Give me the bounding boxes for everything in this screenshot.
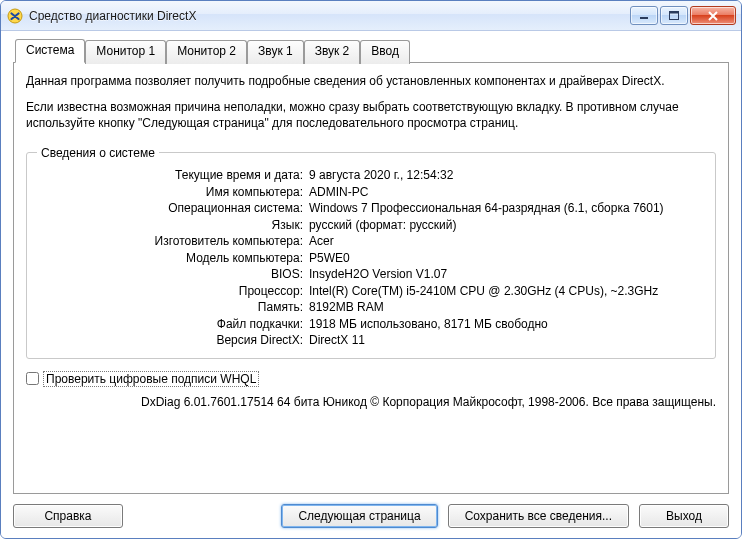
tab-monitor-2[interactable]: Монитор 2: [166, 40, 247, 64]
exit-button[interactable]: Выход: [639, 504, 729, 528]
window-title: Средство диагностики DirectX: [29, 9, 630, 23]
value: 9 августа 2020 г., 12:54:32: [309, 168, 705, 182]
row-memory: Память:8192MB RAM: [37, 300, 705, 314]
intro-text: Данная программа позволяет получить подр…: [26, 73, 716, 142]
label: Имя компьютера:: [37, 185, 309, 199]
row-language: Язык:русский (формат: русский): [37, 218, 705, 232]
value: DirectX 11: [309, 333, 705, 347]
row-bios: BIOS:InsydeH2O Version V1.07: [37, 267, 705, 281]
tab-panel-system: Данная программа позволяет получить подр…: [13, 62, 729, 494]
window-buttons: [630, 6, 739, 25]
next-page-button[interactable]: Следующая страница: [281, 504, 437, 528]
label: BIOS:: [37, 267, 309, 281]
label: Модель компьютера:: [37, 251, 309, 265]
close-button[interactable]: [690, 6, 736, 25]
row-datetime: Текущие время и дата:9 августа 2020 г., …: [37, 168, 705, 182]
value: ADMIN-PC: [309, 185, 705, 199]
tab-sound-1[interactable]: Звук 1: [247, 40, 304, 64]
label: Изготовитель компьютера:: [37, 234, 309, 248]
value: Intel(R) Core(TM) i5-2410M CPU @ 2.30GHz…: [309, 284, 705, 298]
svg-rect-3: [670, 12, 679, 14]
value: Acer: [309, 234, 705, 248]
app-icon: [7, 8, 23, 24]
label: Версия DirectX:: [37, 333, 309, 347]
row-manufacturer: Изготовитель компьютера:Acer: [37, 234, 705, 248]
label: Память:: [37, 300, 309, 314]
row-pagefile: Файл подкачки:1918 МБ использовано, 8171…: [37, 317, 705, 331]
footer-info: DxDiag 6.01.7601.17514 64 бита Юникод © …: [26, 395, 716, 409]
whql-label[interactable]: Проверить цифровые подписи WHQL: [43, 371, 259, 387]
value: Windows 7 Профессиональная 64-разрядная …: [309, 201, 705, 215]
intro-paragraph-1: Данная программа позволяет получить подр…: [26, 73, 716, 89]
label: Текущие время и дата:: [37, 168, 309, 182]
titlebar[interactable]: Средство диагностики DirectX: [1, 1, 741, 31]
label: Файл подкачки:: [37, 317, 309, 331]
tab-sound-2[interactable]: Звук 2: [304, 40, 361, 64]
label: Операционная система:: [37, 201, 309, 215]
button-row: Справка Следующая страница Сохранить все…: [13, 504, 729, 528]
save-all-button[interactable]: Сохранить все сведения...: [448, 504, 629, 528]
intro-paragraph-2: Если известна возможная причина неполадк…: [26, 99, 716, 131]
row-computer-name: Имя компьютера:ADMIN-PC: [37, 185, 705, 199]
tab-input[interactable]: Ввод: [360, 40, 410, 64]
value: P5WE0: [309, 251, 705, 265]
value: 8192MB RAM: [309, 300, 705, 314]
label: Язык:: [37, 218, 309, 232]
value: 1918 МБ использовано, 8171 МБ свободно: [309, 317, 705, 331]
value: русский (формат: русский): [309, 218, 705, 232]
tabset: Система Монитор 1 Монитор 2 Звук 1 Звук …: [13, 39, 729, 63]
system-info-group: Сведения о системе Текущие время и дата:…: [26, 146, 716, 359]
window-frame: Средство диагностики DirectX Система Мон…: [0, 0, 742, 539]
tab-monitor-1[interactable]: Монитор 1: [85, 40, 166, 64]
row-directx-version: Версия DirectX:DirectX 11: [37, 333, 705, 347]
help-button[interactable]: Справка: [13, 504, 123, 528]
minimize-button[interactable]: [630, 6, 658, 25]
label: Процессор:: [37, 284, 309, 298]
system-info-legend: Сведения о системе: [37, 146, 159, 160]
row-processor: Процессор:Intel(R) Core(TM) i5-2410M CPU…: [37, 284, 705, 298]
row-model: Модель компьютера:P5WE0: [37, 251, 705, 265]
row-os: Операционная система:Windows 7 Профессио…: [37, 201, 705, 215]
maximize-button[interactable]: [660, 6, 688, 25]
svg-rect-1: [640, 17, 648, 19]
tab-system[interactable]: Система: [15, 39, 85, 63]
whql-checkbox[interactable]: [26, 372, 39, 385]
content-area: Система Монитор 1 Монитор 2 Звук 1 Звук …: [1, 31, 741, 538]
whql-checkbox-row: Проверить цифровые подписи WHQL: [26, 371, 716, 387]
value: InsydeH2O Version V1.07: [309, 267, 705, 281]
